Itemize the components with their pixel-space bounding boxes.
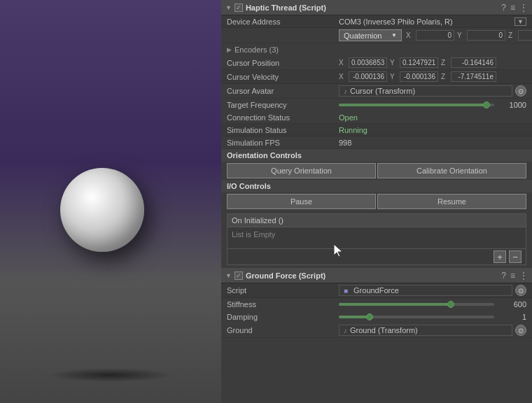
ground-help-icon[interactable]: ? xyxy=(501,271,506,281)
on-initialized-section: On Initialized () List is Empty + − xyxy=(227,213,526,265)
haptic-settings-icon[interactable]: ≡ xyxy=(510,3,515,13)
target-frequency-fill xyxy=(339,104,486,106)
orientation-controls-header: Orientation Controls xyxy=(221,149,532,162)
cursor-vel-y[interactable]: -0.000136 xyxy=(400,71,438,82)
ground-label: Ground xyxy=(227,326,339,334)
script-value: ■ GroundForce xyxy=(339,285,512,296)
cursor-avatar-icon: ♪ xyxy=(344,87,347,95)
target-frequency-slider[interactable] xyxy=(339,104,494,106)
connection-status-row: Connection Status Open xyxy=(221,111,532,124)
cursor-pos-x[interactable]: 0.0036853 xyxy=(349,57,387,68)
damping-label: Damping xyxy=(227,313,339,321)
haptic-component-title: Haptic Thread (Script) xyxy=(246,3,501,12)
remove-event-button[interactable]: − xyxy=(509,250,522,263)
quaternion-dropdown[interactable]: Quaternion ▼ xyxy=(339,29,402,41)
z-label: Z xyxy=(508,31,515,39)
stiffness-value: 600 xyxy=(498,300,526,309)
cursor-velocity-row: Cursor Velocity X -0.000136 Y -0.000136 … xyxy=(221,70,532,84)
on-initialized-header: On Initialized () xyxy=(227,214,526,227)
haptic-enabled-checkbox[interactable]: ✓ xyxy=(234,3,243,12)
3d-sphere xyxy=(60,168,144,252)
ground-enabled-checkbox[interactable]: ✓ xyxy=(234,271,243,280)
io-controls-header: I/O Controls xyxy=(221,180,532,192)
cursor-pos-y[interactable]: 0.1247921 xyxy=(400,57,438,68)
cursor-avatar-row: Cursor Avatar ♪ Cursor (Transform) ⊙ xyxy=(221,84,532,99)
cursor-pos-z[interactable]: -0.164146 xyxy=(451,57,496,68)
ground-select-btn[interactable]: ⊙ xyxy=(515,325,526,336)
ground-collapse-arrow[interactable]: ▼ xyxy=(225,272,232,279)
simulation-fps-row: Simulation FPS 998 xyxy=(221,136,532,149)
device-address-value: COM3 (Inverse3 Philo Polaris, R) xyxy=(339,17,512,26)
cursor-position-label: Cursor Position xyxy=(227,59,339,67)
sphere-shadow xyxy=(48,368,174,382)
damping-fill xyxy=(339,316,370,318)
ground-settings-icon[interactable]: ≡ xyxy=(510,271,515,281)
resume-button[interactable]: Resume xyxy=(377,194,526,209)
pause-button[interactable]: Pause xyxy=(227,194,376,209)
cursor-position-row: Cursor Position X 0.0036853 Y 0.1247921 … xyxy=(221,56,532,70)
inspector-panel: ▼ ✓ Haptic Thread (Script) ? ≡ ⋮ Device … xyxy=(221,0,532,403)
quaternion-fields: X 0 Y 0 Z 0 W 0 xyxy=(406,30,532,41)
ground-more-icon[interactable]: ⋮ xyxy=(519,271,528,281)
ground-value: ♪ Ground (Transform) xyxy=(339,325,512,336)
quaternion-dropdown-arrow: ▼ xyxy=(391,32,397,38)
ground-value-text: Ground (Transform) xyxy=(350,326,418,334)
ground-row: Ground ♪ Ground (Transform) ⊙ xyxy=(221,323,532,338)
script-select-btn[interactable]: ⊙ xyxy=(515,285,526,296)
stiffness-thumb[interactable] xyxy=(447,301,454,308)
add-event-button[interactable]: + xyxy=(493,250,506,263)
x-label: X xyxy=(406,31,413,39)
stiffness-fill xyxy=(339,303,451,306)
cursor-avatar-label: Cursor Avatar xyxy=(227,87,339,95)
calibrate-orientation-button[interactable]: Calibrate Orientation xyxy=(377,163,526,178)
damping-thumb[interactable] xyxy=(366,313,373,320)
damping-row: Damping 1 xyxy=(221,311,532,323)
haptic-help-icon[interactable]: ? xyxy=(501,3,506,13)
connection-status-label: Connection Status xyxy=(227,113,339,122)
cursor-avatar-select-btn[interactable]: ⊙ xyxy=(515,85,526,97)
simulation-status-value: Running xyxy=(339,126,526,134)
io-buttons-row: Pause Resume xyxy=(221,192,532,211)
encoders-row: ▶ Encoders (3) xyxy=(221,43,532,56)
stiffness-slider[interactable] xyxy=(339,303,494,306)
query-orientation-button[interactable]: Query Orientation xyxy=(227,163,376,178)
sphere-container xyxy=(60,168,144,252)
vec-x-value[interactable]: 0 xyxy=(416,30,454,41)
ground-component-header: ▼ ✓ Ground Force (Script) ? ≡ ⋮ xyxy=(221,268,532,283)
script-row: Script ■ GroundForce ⊙ xyxy=(221,283,532,298)
orientation-buttons-row: Query Orientation Calibrate Orientation xyxy=(221,162,532,180)
vec-y-value[interactable]: 0 xyxy=(467,30,505,41)
vec-z-value[interactable]: 0 xyxy=(518,30,532,41)
cursor-avatar-value: ♪ Cursor (Transform) xyxy=(339,85,512,97)
device-address-row: Device Address COM3 (Inverse3 Philo Pola… xyxy=(221,15,532,28)
simulation-status-label: Simulation Status xyxy=(227,126,339,134)
cursor-velocity-fields: X -0.000136 Y -0.000136 Z -7.174511e xyxy=(339,71,526,82)
haptic-more-icon[interactable]: ⋮ xyxy=(519,3,528,13)
cursor-vel-z[interactable]: -7.174511e xyxy=(451,71,496,82)
target-frequency-row: Target Frequency 1000 xyxy=(221,99,532,111)
cursor-avatar-text: Cursor (Transform) xyxy=(350,87,415,95)
haptic-collapse-arrow[interactable]: ▼ xyxy=(225,4,232,11)
y-label: Y xyxy=(457,31,464,39)
damping-value: 1 xyxy=(498,313,526,321)
simulation-status-row: Simulation Status Running xyxy=(221,124,532,136)
target-frequency-thumb[interactable] xyxy=(483,101,490,108)
cursor-position-fields: X 0.0036853 Y 0.1247921 Z -0.164146 xyxy=(339,57,526,68)
connection-status-value: Open xyxy=(339,113,526,122)
ground-icon: ♪ xyxy=(344,327,347,334)
viewport xyxy=(0,0,221,403)
simulation-fps-label: Simulation FPS xyxy=(227,139,339,147)
cursor-velocity-label: Cursor Velocity xyxy=(227,73,339,81)
target-frequency-value: 1000 xyxy=(498,101,526,109)
damping-slider[interactable] xyxy=(339,316,494,318)
on-initialized-body: List is Empty xyxy=(227,227,526,248)
encoders-arrow[interactable]: ▶ xyxy=(227,46,232,53)
device-address-label: Device Address xyxy=(227,17,339,26)
on-initialized-footer: + − xyxy=(227,248,526,264)
device-dropdown-arrow[interactable]: ▼ xyxy=(514,17,526,26)
encoders-label: Encoders (3) xyxy=(234,45,279,54)
ground-component-title: Ground Force (Script) xyxy=(246,271,501,280)
stiffness-row: Stiffness 600 xyxy=(221,298,532,311)
cursor-vel-x[interactable]: -0.000136 xyxy=(349,71,387,82)
quaternion-row: Quaternion ▼ X 0 Y 0 Z 0 W 0 xyxy=(221,28,532,43)
